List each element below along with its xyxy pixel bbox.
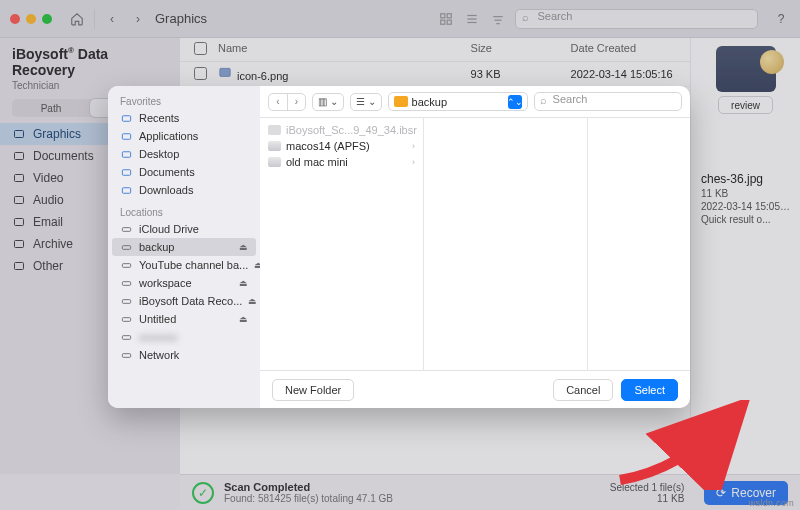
dropdown-chevron-icon[interactable]: ⌃⌄	[508, 95, 522, 109]
disk-icon	[268, 141, 281, 151]
svg-rect-30	[122, 317, 130, 321]
disk-icon	[120, 278, 133, 289]
svg-rect-31	[122, 335, 130, 339]
dialog-location[interactable]: backup⏏	[112, 238, 256, 256]
dialog-search-input[interactable]: Search	[534, 92, 682, 111]
disk-icon	[120, 296, 133, 307]
favorite-label: Downloads	[139, 184, 193, 196]
dialog-favorite-documents[interactable]: Documents	[108, 163, 260, 181]
column-item[interactable]: old mac mini›	[260, 154, 423, 170]
save-dialog: Favorites RecentsApplicationsDesktopDocu…	[108, 86, 690, 408]
disk-icon	[120, 314, 133, 325]
location-label: Network	[139, 349, 179, 361]
svg-rect-24	[122, 187, 130, 193]
dialog-sidebar: Favorites RecentsApplicationsDesktopDocu…	[108, 86, 260, 408]
dialog-location[interactable]: Untitled⏏	[108, 310, 260, 328]
location-dropdown[interactable]: backup ⌃⌄	[388, 92, 528, 111]
favorites-header: Favorites	[108, 92, 260, 109]
dialog-location[interactable]: iBoysoft Data Reco...⏏	[108, 292, 260, 310]
display-icon	[120, 332, 133, 343]
dialog-favorite-applications[interactable]: Applications	[108, 127, 260, 145]
disk-icon	[268, 157, 281, 167]
column-item-label: old mac mini	[286, 156, 348, 168]
dialog-footer: New Folder Cancel Select	[260, 370, 690, 408]
location-label: YouTube channel ba...	[139, 259, 248, 271]
dialog-location[interactable]: iCloud Drive	[108, 220, 260, 238]
dialog-location[interactable]: Network	[108, 346, 260, 364]
svg-rect-27	[122, 263, 130, 267]
network-icon	[120, 350, 133, 361]
column-item-label: iBoysoft_Sc...9_49_34.ibsr	[286, 124, 417, 136]
favorite-label: Desktop	[139, 148, 179, 160]
chevron-right-icon: ›	[412, 157, 415, 167]
dialog-favorite-desktop[interactable]: Desktop	[108, 145, 260, 163]
column-browser[interactable]: iBoysoft_Sc...9_49_34.ibsrmacos14 (APFS)…	[260, 118, 690, 370]
eject-icon[interactable]: ⏏	[239, 278, 248, 288]
favorite-label: Documents	[139, 166, 195, 178]
dialog-location[interactable]: xxxxxxx	[108, 328, 260, 346]
location-label: iBoysoft Data Reco...	[139, 295, 242, 307]
view-group-button[interactable]: ☰ ⌄	[350, 93, 382, 111]
column-item[interactable]: iBoysoft_Sc...9_49_34.ibsr	[260, 122, 423, 138]
new-folder-button[interactable]: New Folder	[272, 379, 354, 401]
column-item-label: macos14 (APFS)	[286, 140, 370, 152]
doc-icon	[120, 167, 133, 178]
column-item[interactable]: macos14 (APFS)›	[260, 138, 423, 154]
dialog-toolbar: ‹› ▥ ⌄ ☰ ⌄ backup ⌃⌄ Search	[260, 86, 690, 118]
svg-rect-23	[122, 169, 130, 175]
file-icon	[268, 125, 281, 135]
svg-rect-25	[122, 227, 130, 231]
location-label: backup	[139, 241, 174, 253]
chevron-right-icon: ›	[412, 141, 415, 151]
clock-icon	[120, 113, 133, 124]
nav-back-icon[interactable]: ‹	[269, 94, 287, 110]
location-name: backup	[412, 96, 447, 108]
nav-back-forward[interactable]: ‹›	[268, 93, 306, 111]
location-label: Untitled	[139, 313, 176, 325]
dialog-favorite-recents[interactable]: Recents	[108, 109, 260, 127]
apps-icon	[120, 131, 133, 142]
eject-icon[interactable]: ⏏	[248, 296, 257, 306]
cloud-icon	[120, 224, 133, 235]
location-label: workspace	[139, 277, 192, 289]
svg-rect-29	[122, 299, 130, 303]
locations-header: Locations	[108, 203, 260, 220]
favorite-label: Recents	[139, 112, 179, 124]
favorite-label: Applications	[139, 130, 198, 142]
folder-icon	[394, 96, 408, 107]
select-button[interactable]: Select	[621, 379, 678, 401]
dialog-favorite-downloads[interactable]: Downloads	[108, 181, 260, 199]
downloads-icon	[120, 185, 133, 196]
svg-rect-21	[122, 133, 130, 139]
svg-rect-28	[122, 281, 130, 285]
svg-rect-20	[122, 115, 130, 121]
disk-icon	[120, 242, 133, 253]
svg-rect-32	[122, 353, 130, 357]
nav-forward-icon[interactable]: ›	[287, 94, 305, 110]
eject-icon[interactable]: ⏏	[239, 242, 248, 252]
desktop-icon	[120, 149, 133, 160]
dialog-location[interactable]: workspace⏏	[108, 274, 260, 292]
view-columns-button[interactable]: ▥ ⌄	[312, 93, 344, 111]
svg-rect-26	[122, 245, 130, 249]
eject-icon[interactable]: ⏏	[239, 314, 248, 324]
watermark: wsldn.com	[749, 498, 794, 508]
location-label: iCloud Drive	[139, 223, 199, 235]
svg-rect-22	[122, 151, 130, 157]
dialog-location[interactable]: YouTube channel ba...⏏	[108, 256, 260, 274]
disk-icon	[120, 260, 133, 271]
cancel-button[interactable]: Cancel	[553, 379, 613, 401]
location-label: xxxxxxx	[139, 331, 178, 343]
